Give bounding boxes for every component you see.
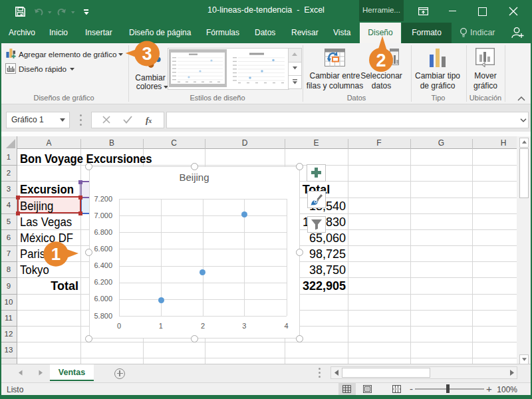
- svg-text:1: 1: [51, 244, 61, 264]
- svg-text:3: 3: [142, 44, 152, 64]
- svg-text:2: 2: [376, 51, 386, 70]
